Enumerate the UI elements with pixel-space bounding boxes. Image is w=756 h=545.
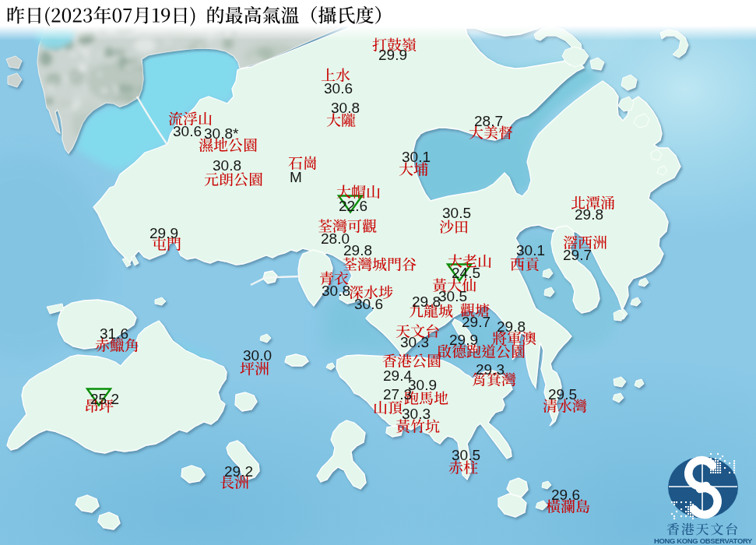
- svg-text:M: M: [290, 169, 302, 185]
- svg-text:29.8: 29.8: [412, 294, 441, 310]
- svg-text:28.7: 28.7: [474, 113, 503, 129]
- svg-text:29.5: 29.5: [548, 386, 577, 403]
- svg-text:29.8: 29.8: [343, 242, 372, 258]
- svg-text:HONG KONG OBSERVATORY: HONG KONG OBSERVATORY: [654, 536, 753, 545]
- svg-text:29.2: 29.2: [224, 463, 253, 480]
- svg-text:29.3: 29.3: [476, 361, 505, 378]
- svg-text:29.6: 29.6: [551, 487, 580, 503]
- svg-text:29.9: 29.9: [378, 47, 407, 63]
- svg-text:29.7: 29.7: [462, 314, 491, 330]
- svg-text:29.9: 29.9: [449, 332, 478, 348]
- svg-text:30.9: 30.9: [408, 377, 437, 393]
- svg-text:30.6: 30.6: [324, 80, 353, 97]
- svg-text:30.8: 30.8: [322, 283, 350, 299]
- svg-text:22.6: 22.6: [339, 198, 367, 214]
- svg-text:31.6: 31.6: [100, 325, 128, 342]
- svg-text:30.5: 30.5: [438, 288, 467, 304]
- svg-text:27.3: 27.3: [383, 386, 412, 403]
- svg-text:30.6: 30.6: [354, 296, 383, 312]
- svg-text:30.3: 30.3: [400, 334, 429, 350]
- svg-text:30.6: 30.6: [173, 123, 202, 139]
- svg-text:29.8: 29.8: [497, 318, 526, 335]
- svg-text:30.8: 30.8: [213, 157, 241, 174]
- svg-text:30.5: 30.5: [452, 447, 480, 463]
- svg-text:30.0: 30.0: [243, 347, 272, 364]
- svg-text:29.9: 29.9: [149, 225, 178, 241]
- svg-text:29.8: 29.8: [575, 206, 603, 223]
- svg-text:30.1: 30.1: [516, 242, 545, 258]
- svg-text:30.3: 30.3: [402, 406, 431, 422]
- svg-text:30.8: 30.8: [331, 100, 360, 116]
- svg-text:30.1: 30.1: [402, 149, 431, 165]
- svg-text:30.5: 30.5: [442, 205, 471, 221]
- svg-text:29.7: 29.7: [563, 247, 592, 263]
- svg-text:25.2: 25.2: [90, 391, 119, 407]
